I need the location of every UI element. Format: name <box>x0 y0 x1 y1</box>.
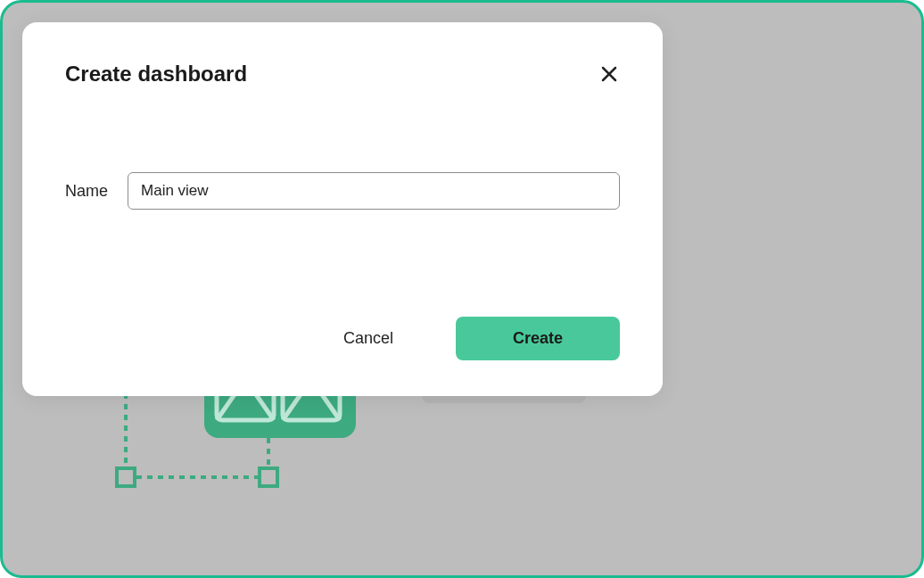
svg-rect-11 <box>117 468 135 486</box>
name-input[interactable] <box>128 172 620 210</box>
modal-title: Create dashboard <box>65 62 247 87</box>
close-icon[interactable] <box>598 63 620 85</box>
cancel-button[interactable]: Cancel <box>334 318 402 359</box>
create-button[interactable]: Create <box>456 317 620 360</box>
name-label: Name <box>65 182 108 201</box>
app-frame: e workbook s to it, and build a rich rep… <box>0 0 924 578</box>
svg-rect-12 <box>260 468 277 486</box>
create-dashboard-modal: Create dashboard Name Cancel Create <box>22 22 663 396</box>
